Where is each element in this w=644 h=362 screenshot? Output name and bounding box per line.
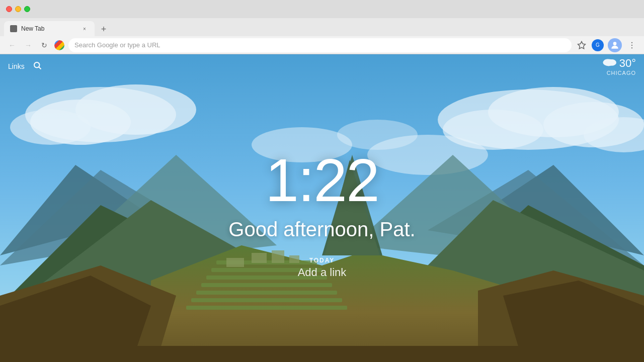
svg-rect-36 <box>191 298 342 302</box>
active-tab[interactable]: New Tab × <box>4 21 95 36</box>
today-label: TODAY <box>309 257 335 264</box>
toolbar-right: G <box>576 38 638 52</box>
close-button[interactable] <box>6 6 12 12</box>
forward-button[interactable]: → <box>22 39 34 51</box>
svg-marker-0 <box>578 41 586 48</box>
add-link-button[interactable]: Add a link <box>298 266 347 279</box>
svg-rect-46 <box>0 346 644 362</box>
greeting: Good afternoon, Pat. <box>228 218 415 241</box>
svg-point-4 <box>631 47 632 48</box>
time-display: 1:22 <box>228 150 415 210</box>
weather-top: 30° <box>602 57 636 70</box>
tab-bar: New Tab × + <box>0 18 644 36</box>
weather-widget: 30° CHICAGO <box>602 57 636 76</box>
svg-rect-37 <box>186 306 347 310</box>
new-tab-button[interactable]: + <box>97 22 111 36</box>
title-bar <box>0 0 644 18</box>
svg-point-9 <box>10 110 91 145</box>
url-input[interactable]: Search Google or type a URL <box>68 38 572 52</box>
svg-rect-34 <box>201 283 332 287</box>
google-logo <box>54 40 64 50</box>
maximize-button[interactable] <box>24 6 30 12</box>
center-content: 1:22 Good afternoon, Pat. TODAY Add a li… <box>228 150 415 279</box>
minimize-button[interactable] <box>15 6 21 12</box>
back-button[interactable]: ← <box>6 39 18 51</box>
svg-point-47 <box>34 62 40 68</box>
newtab-topbar: Links 30° CHICAGO <box>0 54 644 78</box>
links-button[interactable]: Links <box>8 62 25 70</box>
todo-section: TODAY Add a link <box>228 257 415 279</box>
refresh-button[interactable]: ↻ <box>38 39 50 51</box>
tab-close-button[interactable]: × <box>80 25 89 33</box>
chrome-menu-icon[interactable] <box>626 39 638 51</box>
svg-point-3 <box>631 44 632 45</box>
svg-point-51 <box>604 59 611 64</box>
tab-favicon <box>10 25 17 32</box>
svg-point-8 <box>75 84 196 135</box>
tab-title: New Tab <box>21 25 76 32</box>
bookmark-icon[interactable] <box>576 39 588 51</box>
google-account-icon[interactable]: G <box>592 39 604 51</box>
newtab-content: Links 30° CHICAGO <box>0 54 644 362</box>
browser-chrome: New Tab × + ← → ↻ Search Google or type … <box>0 0 644 54</box>
url-placeholder: Search Google or type a URL <box>74 41 160 49</box>
traffic-lights <box>6 6 30 12</box>
svg-rect-35 <box>196 291 337 295</box>
weather-city: CHICAGO <box>607 70 636 76</box>
weather-icon <box>602 57 616 70</box>
svg-point-2 <box>631 42 632 43</box>
search-icon[interactable] <box>33 61 42 72</box>
svg-line-48 <box>39 67 41 69</box>
address-bar: ← → ↻ Search Google or type a URL G <box>0 36 644 54</box>
user-avatar[interactable] <box>608 38 622 52</box>
weather-temp: 30° <box>619 57 636 70</box>
svg-point-1 <box>613 42 617 45</box>
